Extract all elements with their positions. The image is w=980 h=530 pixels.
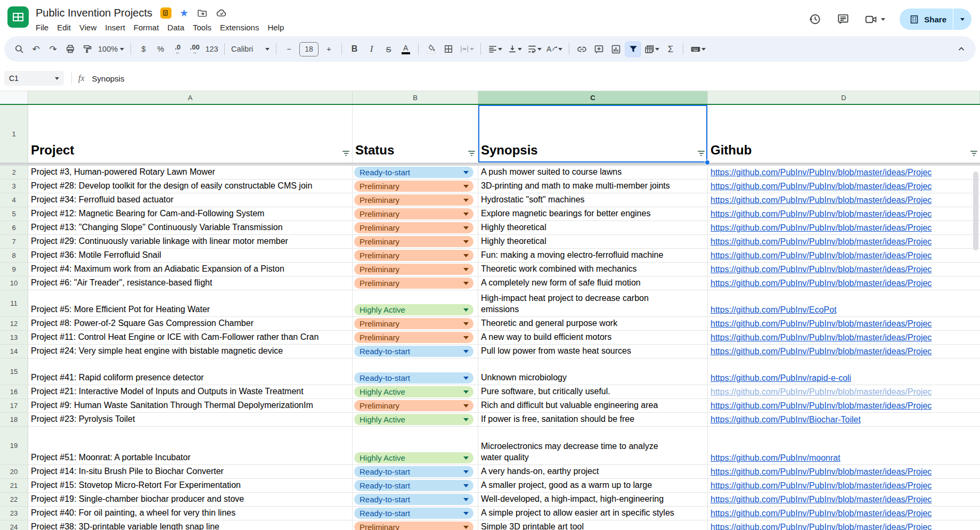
fill-color-icon[interactable] [423, 41, 439, 58]
row-header-20[interactable]: 20 [0, 465, 28, 479]
cell-C20[interactable]: A very hands-on, earthy project [478, 465, 708, 479]
cell-A3[interactable]: Project #28: Develop toolkit for the des… [28, 180, 353, 193]
cell-D9[interactable]: https://github.com/PubInv/PubInv/blob/ma… [708, 263, 980, 276]
strikethrough-icon[interactable]: S [380, 41, 397, 58]
github-link[interactable]: https://github.com/PubInv/PubInv/blob/ma… [708, 168, 932, 179]
fill-handle[interactable] [705, 160, 710, 165]
status-chip[interactable]: Ready-to-start [354, 372, 473, 384]
italic-icon[interactable]: I [363, 41, 380, 58]
cell-D11[interactable]: https://github.com/PubInv/EcoPot [708, 290, 980, 317]
row-header-12[interactable]: 12 [0, 317, 28, 331]
status-chip[interactable]: Ready-to-start [354, 494, 473, 505]
github-link[interactable]: https://github.com/PubInv/rapid-e-coli [708, 373, 851, 385]
share-button[interactable]: Share [900, 9, 971, 30]
cell-A22[interactable]: Project #19: Single-chamber biochar prod… [28, 493, 353, 507]
cell-C7[interactable]: Highly theoretical [478, 235, 708, 249]
cell-D19[interactable]: https://github.com/PubInv/moonrat [708, 427, 980, 465]
cell-D4[interactable]: https://github.com/PubInv/PubInv/blob/ma… [708, 193, 980, 207]
menu-edit[interactable]: Edit [53, 22, 75, 33]
github-link[interactable]: https://github.com/PubInv/moonrat [708, 453, 840, 464]
cell-C14[interactable]: Pull low power from waste heat sources [478, 345, 708, 358]
row-header-24[interactable]: 24 [0, 520, 28, 530]
cell-B24[interactable]: Preliminary [353, 520, 478, 530]
row-header-7[interactable]: 7 [0, 235, 28, 249]
column-header-B[interactable]: B [353, 91, 478, 104]
status-chip[interactable]: Preliminary [354, 222, 473, 233]
cell-C17[interactable]: Rich and difficult but valuable engineer… [478, 399, 708, 413]
cell-D10[interactable]: https://github.com/PubInv/PubInv/blob/ma… [708, 276, 980, 290]
github-link[interactable]: https://github.com/PubInv/PubInv/blob/ma… [708, 237, 932, 248]
cell-A23[interactable]: Project #40: For oil painting, a wheel f… [28, 507, 353, 520]
cell-A18[interactable]: Project #23: Pyrolysis Toilet [28, 413, 353, 427]
cell-C24[interactable]: Simple 3D printable art tool [478, 520, 708, 530]
cell-A15[interactable]: Project #41: Rapid coliform presence det… [28, 358, 353, 385]
cell-C16[interactable]: Pure software, but critically useful. [478, 385, 708, 399]
cell-A11[interactable]: Project #5: More Efficient Pot for Heati… [28, 290, 353, 317]
status-chip[interactable]: Highly Active [354, 304, 473, 315]
cell-B6[interactable]: Preliminary [353, 221, 478, 235]
github-link[interactable]: https://github.com/PubInv/PubInv/blob/ma… [708, 523, 932, 530]
cell-C10[interactable]: A completely new form of safe fluid moti… [478, 276, 708, 290]
github-link[interactable]: https://github.com/PubInv/PubInv/blob/ma… [708, 265, 932, 276]
cell-C4[interactable]: Hydrostatic "soft" machines [478, 193, 708, 207]
filter-button-icon[interactable] [698, 151, 705, 156]
menu-insert[interactable]: Insert [101, 22, 129, 33]
cell-A12[interactable]: Project #8: Power-of-2 Square Gas Compre… [28, 317, 353, 331]
paint-format-icon[interactable] [79, 41, 95, 58]
cell-B17[interactable]: Preliminary [353, 399, 478, 413]
status-chip[interactable]: Preliminary [354, 181, 473, 192]
cell-A17[interactable]: Project #9: Human Waste Sanitation Throu… [28, 399, 353, 413]
status-chip[interactable]: Highly Active [354, 414, 473, 425]
input-tools-icon[interactable] [688, 41, 708, 58]
cell-B10[interactable]: Preliminary [353, 276, 478, 290]
github-link[interactable]: https://github.com/PubInv/PubInv/blob/ma… [708, 481, 932, 492]
github-link[interactable]: https://github.com/PubInv/PubInv/blob/ma… [708, 401, 932, 412]
decrease-font-size-button[interactable]: − [281, 41, 297, 58]
status-chip[interactable]: Preliminary [354, 400, 473, 411]
cell-A8[interactable]: Project #36: Motile Ferrofluid Snail [28, 249, 353, 263]
sheets-logo[interactable] [7, 6, 29, 28]
comments-icon[interactable] [836, 12, 850, 26]
insert-comment-icon[interactable] [591, 41, 607, 58]
cell-B22[interactable]: Ready-to-start [353, 493, 478, 507]
select-all-corner[interactable] [0, 91, 28, 104]
vertical-scrollbar-thumb[interactable] [973, 172, 978, 250]
row-header-15[interactable]: 15 [0, 358, 28, 385]
cell-A10[interactable]: Project #6: "Air Treader", resistance-ba… [28, 276, 353, 290]
format-currency-icon[interactable]: $ [135, 41, 152, 58]
github-link[interactable]: https://github.com/PubInv/PubInv/blob/ma… [708, 195, 932, 207]
row-header-11[interactable]: 11 [0, 290, 28, 317]
cell-D20[interactable]: https://github.com/PubInv/PubInv/blob/ma… [708, 465, 980, 479]
cell-C13[interactable]: A new way to build efficient motors [478, 331, 708, 345]
cell-B7[interactable]: Preliminary [353, 235, 478, 249]
row-header-10[interactable]: 10 [0, 276, 28, 290]
status-chip[interactable]: Preliminary [354, 264, 473, 275]
cell-B1[interactable]: Status [353, 105, 478, 163]
file-format-badge-icon[interactable] [160, 7, 172, 19]
menu-file[interactable]: File [31, 22, 53, 33]
row-header-22[interactable]: 22 [0, 493, 28, 507]
cell-A20[interactable]: Project #14: In-situ Brush Pile to Bioch… [28, 465, 353, 479]
share-dropdown[interactable] [953, 9, 971, 30]
github-link[interactable]: https://github.com/PubInv/PubInv/blob/ma… [708, 209, 932, 221]
font-select[interactable]: Calibri [229, 41, 272, 58]
filter-button-icon[interactable] [468, 151, 475, 156]
cell-D8[interactable]: https://github.com/PubInv/PubInv/blob/ma… [708, 249, 980, 263]
cell-B15[interactable]: Ready-to-start [353, 358, 478, 385]
text-color-icon[interactable]: A [397, 41, 414, 58]
row-header-16[interactable]: 16 [0, 385, 28, 399]
row-header-1[interactable]: 1 [0, 105, 28, 163]
github-link[interactable]: https://github.com/PubInv/PubInv/blob/ma… [708, 509, 932, 520]
status-chip[interactable]: Ready-to-start [354, 466, 473, 477]
github-link[interactable]: https://github.com/PubInv/PubInv/blob/ma… [708, 333, 932, 344]
formula-input[interactable]: Synopsis [92, 74, 125, 83]
cell-D13[interactable]: https://github.com/PubInv/PubInv/blob/ma… [708, 331, 980, 345]
github-link[interactable]: https://github.com/PubInv/PubInv/blob/ma… [708, 495, 932, 506]
row-header-17[interactable]: 17 [0, 399, 28, 413]
cell-B21[interactable]: Ready-to-start [353, 479, 478, 493]
row-header-2[interactable]: 2 [0, 166, 28, 180]
status-chip[interactable]: Ready-to-start [354, 480, 473, 491]
vertical-align-icon[interactable] [505, 41, 524, 58]
row-header-14[interactable]: 14 [0, 345, 28, 358]
cell-B16[interactable]: Highly Active [353, 385, 478, 399]
